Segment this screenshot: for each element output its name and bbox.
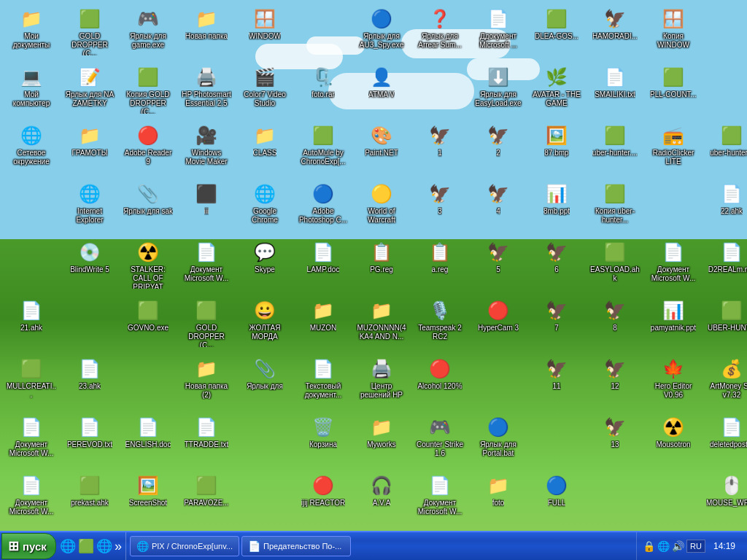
- desktop-icon-37[interactable]: 🟩uber-hunter....: [587, 120, 643, 176]
- clock[interactable]: 14:19: [708, 541, 741, 551]
- desktop-icon-45[interactable]: 🔵Adobe Photoshop C...: [295, 179, 351, 234]
- desktop-icon-83[interactable]: 📎Ярлык для: [237, 354, 293, 409]
- desktop-icon-79[interactable]: 🟩MULLCREATI...: [4, 354, 59, 409]
- desktop-icon-27[interactable]: 🌐Сетевое окружение: [4, 120, 59, 176]
- language-indicator[interactable]: RU: [686, 540, 705, 553]
- desktop-icon-59[interactable]: 📋PG.reg: [354, 237, 409, 292]
- desktop-icon-32[interactable]: 🟩AutoMule by ChronoExp[...: [295, 120, 351, 176]
- desktop-icon-11[interactable]: 🦅HAMORADI...: [587, 4, 643, 59]
- desktop-icon-18[interactable]: 🎬Color7 Video Studio: [237, 62, 293, 117]
- desktop-icon-86[interactable]: 🔴Alcohol 120%: [412, 354, 468, 409]
- desktop-icon-17[interactable]: 🖨️HP Photosmart Essential 2.5: [179, 62, 234, 117]
- desktop-icon-94[interactable]: 📄ENGLISH.doc: [120, 412, 176, 467]
- desktop-icon-105[interactable]: 📄Документ Microsoft W...: [4, 470, 59, 526]
- desktop-icon-71[interactable]: 📁MUZON: [295, 295, 351, 351]
- desktop-icon-1[interactable]: 📁Мои документы: [4, 4, 59, 59]
- desktop-icon-90[interactable]: 🍁Hero Editor V0.96: [646, 354, 701, 409]
- desktop-icon-50[interactable]: 🟩Копия uber-hunter...: [587, 179, 643, 234]
- desktop-icon-65[interactable]: 📄D2REALm.rag: [704, 237, 747, 292]
- desktop-icon-103[interactable]: ☢️Mousotron: [646, 412, 701, 467]
- desktop-icon-117[interactable]: 🖱️MOUSE_WRI...: [704, 470, 747, 526]
- taskbar-task-1[interactable]: 🌐PIX / ChronoExp[unv...: [130, 536, 239, 556]
- desktop-icon-112[interactable]: 📄Документ Microsoft W...: [412, 470, 468, 526]
- ql-ie-icon[interactable]: 🌐: [60, 538, 76, 554]
- desktop-icon-42[interactable]: 📎Ярлык для sak: [120, 179, 176, 234]
- desktop-icon-35[interactable]: 🦅2: [471, 120, 526, 176]
- desktop-icon-80[interactable]: 📄23.ahk: [62, 354, 117, 409]
- desktop-icon-97[interactable]: 🗑️Корзина: [295, 412, 351, 467]
- desktop-icon-108[interactable]: 🟩PARAVOZE...: [179, 470, 234, 526]
- desktop-icon-30[interactable]: 🎥Windows Movie Maker: [179, 120, 234, 176]
- tray-volume-icon[interactable]: 🔊: [672, 540, 684, 552]
- ql-icon3[interactable]: 🌐: [96, 538, 112, 554]
- desktop-icon-22[interactable]: ⬇️Ярлык для EasyLoad.exe: [471, 62, 526, 117]
- desktop-icon-23[interactable]: 🌿AVATAR - THE GAME: [529, 62, 584, 117]
- desktop-icon-36[interactable]: 🖼️87.bmp: [529, 120, 584, 176]
- desktop-icon-92[interactable]: 📄Документ Microsoft W...: [4, 412, 59, 467]
- desktop-icon-16[interactable]: 🟩Копия GOLD DROPPER (C...: [120, 62, 176, 117]
- desktop-icon-69[interactable]: 🟩GOLD DROPPER (C...: [179, 295, 234, 351]
- desktop-icon-28[interactable]: 📁ГРАМОТЫ: [62, 120, 117, 176]
- desktop-icon-77[interactable]: 📊pamyatnik.ppt: [646, 295, 701, 351]
- desktop-icon-52[interactable]: 📄22.ahk: [704, 179, 747, 234]
- desktop-icon-5[interactable]: 🪟WINDOW: [237, 4, 293, 59]
- desktop-icon-70[interactable]: 😀ЖОЛТАЯ МОРДА: [237, 295, 293, 351]
- desktop-icon-73[interactable]: 🎙️Teamspeak 2 RC2: [412, 295, 468, 351]
- desktop-icon-44[interactable]: 🌐Google Chrome: [237, 179, 293, 234]
- desktop-icon-49[interactable]: 📊8mb.ppt: [529, 179, 584, 234]
- desktop-icon-89[interactable]: 🦅12: [587, 354, 643, 409]
- desktop-icon-55[interactable]: ☢️STALKER: CALL OF PRIPYAT: [120, 237, 176, 292]
- desktop-icon-39[interactable]: 🟩uber-hunter...: [704, 120, 747, 176]
- desktop-icon-48[interactable]: 🦅4: [471, 179, 526, 234]
- desktop-icon-38[interactable]: 📻RadioClicker LITE: [646, 120, 701, 176]
- desktop-icon-93[interactable]: 📄PEREVOD.txt: [62, 412, 117, 467]
- desktop-icon-47[interactable]: 🦅3: [412, 179, 468, 234]
- desktop-icon-78[interactable]: 🟩UBER-HUNT...: [704, 295, 747, 351]
- desktop-icon-98[interactable]: 📁Myworks: [354, 412, 409, 467]
- desktop-icon-9[interactable]: 📄Ддокумент Microsoft ...: [471, 4, 526, 59]
- desktop-icon-113[interactable]: 📁foto: [471, 470, 526, 526]
- desktop-icon-114[interactable]: 🔵FULL: [529, 470, 584, 526]
- desktop-icon-29[interactable]: 🔴Adobe Reader 9: [120, 120, 176, 176]
- desktop-icon-62[interactable]: 🦅6: [529, 237, 584, 292]
- desktop-icon-34[interactable]: 🦅1: [412, 120, 468, 176]
- desktop-icon-104[interactable]: 📄deletedpost...: [704, 412, 747, 467]
- desktop-icon-12[interactable]: 🪟Копия WINDOW: [646, 4, 701, 59]
- desktop-icon-58[interactable]: 📄LAMP.doc: [295, 237, 351, 292]
- desktop-icon-43[interactable]: ⬛iii: [179, 179, 234, 234]
- desktop-icon-46[interactable]: 🟡World of Warcraft: [354, 179, 409, 234]
- desktop-icon-10[interactable]: 🟩DLEA-GOS...: [529, 4, 584, 59]
- desktop-icon-19[interactable]: 🗜️foto.rar: [295, 62, 351, 117]
- desktop-icon-68[interactable]: 🟩GOVNO.exe: [120, 295, 176, 351]
- desktop-icon-99[interactable]: 🎮Counter Strike 1.6: [412, 412, 468, 467]
- desktop-icon-82[interactable]: 📁Новая папка (2): [179, 354, 234, 409]
- desktop-icon-4[interactable]: 📁Новая папка: [179, 4, 234, 59]
- desktop-icon-8[interactable]: ❓Ярлык для Arrear Sum...: [412, 4, 468, 59]
- desktop-icon-106[interactable]: 🟩prekast.ahk: [62, 470, 117, 526]
- desktop-icon-110[interactable]: 🔴ijij REACTOR: [295, 470, 351, 526]
- tray-security-icon[interactable]: 🔒: [643, 540, 655, 552]
- desktop-icon-75[interactable]: 🦅7: [529, 295, 584, 351]
- desktop-icon-57[interactable]: 💬Skype: [237, 237, 293, 292]
- desktop-icon-7[interactable]: 🔵Ярлык для AU3_Spy.exe: [354, 4, 409, 59]
- desktop-icon-72[interactable]: 📁MUZONNNN(4 KA4 AND N...: [354, 295, 409, 351]
- desktop-icon-25[interactable]: 🟩PLL-COUNT...: [646, 62, 701, 117]
- desktop-icon-15[interactable]: 📝Ярлык для NA ZAMETKY: [62, 62, 117, 117]
- tray-network-icon[interactable]: 🌐: [657, 540, 670, 552]
- desktop-icon-14[interactable]: 💻Мой компьютер: [4, 62, 59, 117]
- ql-expand-icon[interactable]: »: [115, 539, 122, 554]
- desktop-icon-31[interactable]: 📁CLASS: [237, 120, 293, 176]
- start-button[interactable]: ⊞ пуск: [1, 533, 56, 559]
- desktop-icon-20[interactable]: 👤ATMA V: [354, 62, 409, 117]
- desktop-icon-56[interactable]: 📄Документ Microsoft W...: [179, 237, 234, 292]
- desktop-icon-41[interactable]: 🌐Internet Explorer: [62, 179, 117, 234]
- desktop-icon-107[interactable]: 🖼️ScreenShot: [120, 470, 176, 526]
- desktop-icon-91[interactable]: 💰ArtMoney SE v7.32: [704, 354, 747, 409]
- desktop-icon-54[interactable]: 💿BlindWrite 5: [62, 237, 117, 292]
- desktop-icon-76[interactable]: 🦅8: [587, 295, 643, 351]
- desktop-icon-61[interactable]: 🦅5: [471, 237, 526, 292]
- desktop-icon-88[interactable]: 🦅11: [529, 354, 584, 409]
- desktop-icon-64[interactable]: 📄Документ Microsoft W...: [646, 237, 701, 292]
- desktop-icon-111[interactable]: 🎧A.V.A: [354, 470, 409, 526]
- taskbar-task-2[interactable]: 📄Предательство По-...: [241, 536, 351, 556]
